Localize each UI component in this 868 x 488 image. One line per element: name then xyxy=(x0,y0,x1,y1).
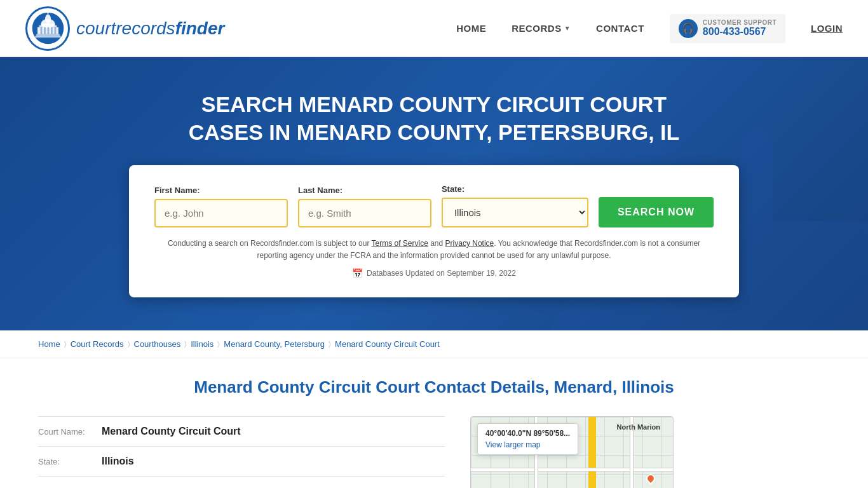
disclaimer-text: Conducting a search on Recordsfinder.com… xyxy=(154,238,714,262)
main-content: Menard County Circuit Court Contact Deta… xyxy=(0,358,868,488)
search-box: First Name: Last Name: State: Illinois A… xyxy=(129,165,739,297)
svg-rect-14 xyxy=(35,36,60,37)
first-name-label: First Name: xyxy=(154,186,288,195)
svg-rect-3 xyxy=(39,25,57,27)
breadcrumb-sep-1: 〉 xyxy=(64,340,67,348)
support-phone[interactable]: 800-433-0567 xyxy=(703,26,776,37)
svg-rect-6 xyxy=(44,27,46,34)
svg-rect-13 xyxy=(36,34,60,36)
support-label: CUSTOMER SUPPORT xyxy=(703,19,776,26)
breadcrumb-sep-3: 〉 xyxy=(184,340,187,348)
detail-row-state: State: Illinois xyxy=(38,447,445,477)
state-select[interactable]: Illinois Alabama Alaska Arizona Arkansas… xyxy=(442,198,588,227)
last-name-group: Last Name: xyxy=(298,186,431,227)
db-updated-text: Databases Updated on September 19, 2022 xyxy=(367,269,516,278)
details-table: Court Name: Menard County Circuit Court … xyxy=(38,416,445,477)
detail-label-court-name: Court Name: xyxy=(38,427,95,437)
nav-home[interactable]: HOME xyxy=(456,23,486,34)
svg-rect-5 xyxy=(40,27,42,34)
logo-text: courtrecordsfinder xyxy=(76,18,224,39)
first-name-input[interactable] xyxy=(154,199,288,227)
nav-records[interactable]: RECORDS ▼ xyxy=(512,23,571,34)
logo-icon xyxy=(25,6,70,51)
logo-bold-text: finder xyxy=(175,18,225,38)
map-yellow-road xyxy=(588,417,596,488)
details-map-row: Court Name: Menard County Circuit Court … xyxy=(38,416,830,488)
nav-records-label: RECORDS xyxy=(512,23,562,34)
svg-rect-7 xyxy=(47,27,49,34)
support-text: CUSTOMER SUPPORT 800-433-0567 xyxy=(703,19,776,37)
chevron-down-icon: ▼ xyxy=(564,25,571,32)
privacy-link[interactable]: Privacy Notice xyxy=(445,239,494,248)
breadcrumb-sep-4: 〉 xyxy=(217,340,220,348)
svg-point-12 xyxy=(46,11,49,13)
hero-section: SEARCH MENARD COUNTY CIRCUIT COURT CASES… xyxy=(0,57,868,330)
login-button[interactable]: LOGIN xyxy=(811,23,843,34)
breadcrumb-sep-2: 〉 xyxy=(128,340,130,348)
state-group: State: Illinois Alabama Alaska Arizona A… xyxy=(442,184,588,227)
first-name-group: First Name: xyxy=(154,186,288,227)
map-tooltip: 40°00'40.0"N 89°50'58... View larger map xyxy=(477,423,578,455)
nav-contact[interactable]: CONTACT xyxy=(596,23,644,34)
map-area[interactable]: aridan Rd E Sherid North Marion Petefish… xyxy=(470,416,674,488)
breadcrumb-current: Menard County Circuit Court xyxy=(335,339,440,349)
db-updated: 📅 Databases Updated on September 19, 202… xyxy=(154,268,714,278)
breadcrumb-illinois[interactable]: Illinois xyxy=(191,339,214,349)
view-larger-map-link[interactable]: View larger map xyxy=(485,440,540,449)
detail-value-state: Illinois xyxy=(102,456,134,467)
svg-rect-9 xyxy=(54,27,56,34)
section-title: Menard County Circuit Court Contact Deta… xyxy=(38,377,830,397)
hero-title: SEARCH MENARD COUNTY CIRCUIT COURT CASES… xyxy=(180,90,688,146)
map-coords: 40°00'40.0"N 89°50'58... xyxy=(485,429,570,438)
detail-row-court-name: Court Name: Menard County Circuit Court xyxy=(38,416,445,447)
state-label: State: xyxy=(442,184,588,194)
svg-point-10 xyxy=(44,15,50,24)
main-nav: HOME RECORDS ▼ CONTACT 🎧 CUSTOMER SUPPOR… xyxy=(456,14,843,43)
tos-link[interactable]: Terms of Service xyxy=(372,239,428,248)
logo-regular-text: courtrecords xyxy=(76,18,175,38)
headset-icon: 🎧 xyxy=(679,19,698,38)
breadcrumb-home[interactable]: Home xyxy=(38,339,60,349)
breadcrumb: Home 〉 Court Records 〉 Courthouses 〉 Ill… xyxy=(0,330,868,358)
detail-label-state: State: xyxy=(38,457,95,466)
logo-area: courtrecordsfinder xyxy=(25,6,224,51)
breadcrumb-court-records[interactable]: Court Records xyxy=(71,339,124,349)
calendar-icon: 📅 xyxy=(352,268,363,278)
support-area[interactable]: 🎧 CUSTOMER SUPPORT 800-433-0567 xyxy=(670,14,785,43)
search-fields: First Name: Last Name: State: Illinois A… xyxy=(154,184,714,227)
breadcrumb-menard-county[interactable]: Menard County, Petersburg xyxy=(224,339,325,349)
search-button[interactable]: SEARCH NOW xyxy=(599,197,714,227)
svg-rect-2 xyxy=(41,24,55,25)
last-name-input[interactable] xyxy=(298,199,431,227)
north-marion-label: North Marion xyxy=(617,423,660,431)
map-road-h1 xyxy=(471,468,673,471)
header: courtrecordsfinder HOME RECORDS ▼ CONTAC… xyxy=(0,0,868,57)
last-name-label: Last Name: xyxy=(298,186,431,195)
breadcrumb-sep-5: 〉 xyxy=(329,340,331,348)
svg-rect-8 xyxy=(51,27,53,34)
breadcrumb-courthouses[interactable]: Courthouses xyxy=(134,339,181,349)
detail-value-court-name: Menard County Circuit Court xyxy=(102,426,241,437)
